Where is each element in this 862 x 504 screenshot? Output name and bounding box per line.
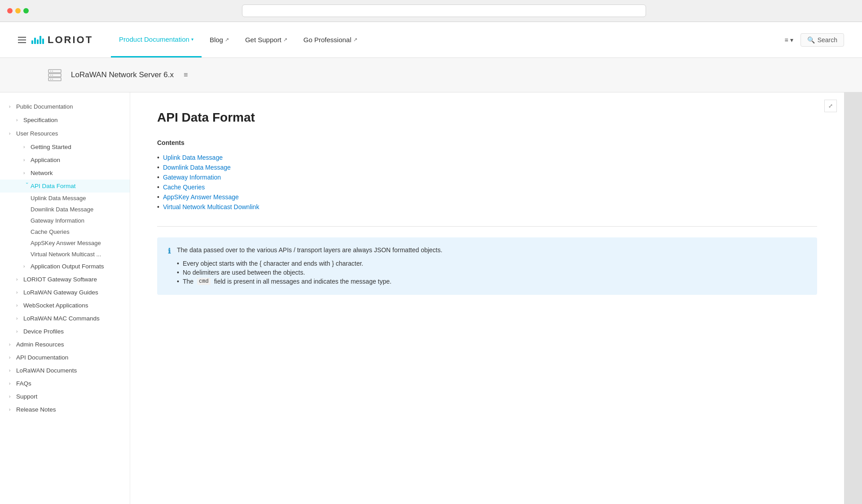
chevron-down-icon: ▾	[191, 37, 194, 42]
sidebar-item-network[interactable]: › Network	[0, 167, 130, 180]
sidebar-item-virtual-network[interactable]: Virtual Network Multicast ...	[0, 249, 130, 260]
contents-link-downlink[interactable]: Downlink Data Message	[163, 164, 231, 171]
sidebar-item-specification[interactable]: › Specification	[0, 114, 130, 127]
sidebar-item-admin-resources[interactable]: › Admin Resources	[0, 338, 130, 351]
dot-yellow[interactable]	[15, 8, 21, 13]
contents-link-cache[interactable]: Cache Queries	[163, 184, 205, 191]
sidebar-item-cache-queries[interactable]: Cache Queries	[0, 226, 130, 237]
sidebar-item-downlink[interactable]: Downlink Data Message	[0, 204, 130, 215]
chevron-right-icon-lwdoc: ›	[9, 368, 16, 373]
nav-blog[interactable]: Blog ↗	[202, 22, 237, 57]
info-content: The data passed over to the various APIs…	[177, 246, 442, 286]
chevron-right-icon-gs: ›	[23, 145, 31, 149]
logo-container[interactable]: LORIOT	[31, 34, 93, 46]
contents-link-gateway[interactable]: Gateway Information	[163, 174, 221, 181]
sidebar-item-application[interactable]: › Application	[0, 153, 130, 167]
navbar-left: LORIOT	[18, 34, 93, 46]
main-content: ⤢ API Data Format Contents Uplink Data M…	[130, 92, 844, 504]
contents-heading: Contents	[157, 139, 817, 146]
sidebar-item-mac[interactable]: › LoRaWAN MAC Commands	[0, 312, 130, 325]
browser-chrome	[0, 0, 862, 22]
contents-list: Uplink Data Message Downlink Data Messag…	[157, 153, 817, 212]
chevron-right-icon-ws: ›	[16, 303, 23, 308]
address-bar[interactable]	[242, 4, 646, 17]
info-box: ℹ The data passed over to the various AP…	[157, 237, 817, 295]
contents-item-uplink: Uplink Data Message	[157, 153, 817, 162]
sidebar-item-api-data-format[interactable]: › API Data Format	[0, 180, 130, 193]
app: LORIOT Product Documentation ▾ Blog ↗ Ge…	[0, 22, 862, 504]
chevron-right-icon-dp: ›	[16, 329, 23, 334]
sidebar-user-resources[interactable]: › User Resources	[0, 127, 130, 140]
sidebar-item-getting-started[interactable]: › Getting Started	[0, 140, 130, 153]
logo-bar-4	[40, 36, 41, 44]
sidebar-item-appskey[interactable]: AppSKey Answer Message	[0, 237, 130, 249]
server-icon	[45, 65, 65, 85]
content-divider	[157, 226, 817, 227]
logo-bar-3	[37, 39, 39, 44]
navbar: LORIOT Product Documentation ▾ Blog ↗ Ge…	[0, 22, 862, 58]
navbar-nav: Product Documentation ▾ Blog ↗ Get Suppo…	[111, 22, 365, 57]
sidebar-item-api-doc[interactable]: › API Documentation	[0, 351, 130, 364]
contents-item-appskey: AppSKey Answer Message	[157, 192, 817, 202]
browser-dots	[7, 8, 29, 13]
sidebar-item-support[interactable]: › Support	[0, 390, 130, 403]
contents-link-virtual[interactable]: Virtual Network Multicast Downlink	[163, 203, 259, 210]
sidebar-item-uplink[interactable]: Uplink Data Message	[0, 193, 130, 204]
chevron-right-icon-faq: ›	[9, 381, 16, 386]
logo-bar-5	[42, 39, 44, 44]
info-list: Every object starts with the { character…	[177, 259, 442, 286]
search-icon: 🔍	[807, 36, 815, 44]
sidebar-api-sub-items: Uplink Data Message Downlink Data Messag…	[0, 193, 130, 260]
logo-bar-1	[31, 40, 33, 44]
contents-link-uplink[interactable]: Uplink Data Message	[163, 154, 223, 161]
expand-button[interactable]: ⤢	[824, 100, 837, 112]
sidebar-item-faqs[interactable]: › FAQs	[0, 377, 130, 390]
dot-green[interactable]	[23, 8, 29, 13]
arrow-down-icon-api: ›	[25, 183, 30, 190]
external-link-icon-pro: ↗	[353, 37, 357, 43]
arrow-down-icon: ›	[9, 104, 16, 109]
dot-red[interactable]	[7, 8, 13, 13]
contents-item-cache: Cache Queries	[157, 182, 817, 192]
sidebar-item-gateway-info[interactable]: Gateway Information	[0, 215, 130, 226]
info-bullet-1: Every object starts with the { character…	[177, 259, 442, 268]
logo-text: LORIOT	[48, 34, 93, 46]
chevron-right-icon-mac: ›	[16, 316, 23, 321]
chevron-right-icon-sup: ›	[9, 394, 16, 399]
menu-chevron-icon: ▾	[790, 36, 793, 44]
sidebar-item-app-output[interactable]: › Application Output Formats	[0, 260, 130, 273]
page-header-title: LoRaWAN Network Server 6.x	[71, 70, 174, 79]
info-bullet-2: No delimiters are used between the objec…	[177, 268, 442, 277]
sidebar-item-lorawan-docs[interactable]: › LoRaWAN Documents	[0, 364, 130, 377]
page-header-menu-icon[interactable]: ≡	[184, 71, 188, 79]
sidebar-item-loriot-gw[interactable]: › LORIOT Gateway Software	[0, 273, 130, 286]
info-bullet-3: The cmd field is present in all messages…	[177, 277, 442, 286]
contents-item-downlink: Downlink Data Message	[157, 162, 817, 172]
arrow-down-icon-user: ›	[9, 131, 16, 136]
chevron-right-icon-lwgg: ›	[16, 290, 23, 295]
nav-product-documentation[interactable]: Product Documentation ▾	[111, 22, 202, 57]
chevron-right-icon-rn: ›	[9, 407, 16, 412]
sidebar-public-doc[interactable]: › Public Documentation	[0, 100, 130, 114]
chevron-right-icon-aof: ›	[23, 264, 31, 269]
info-icon: ℹ	[168, 247, 171, 255]
sidebar-item-websocket[interactable]: › WebSocket Applications	[0, 299, 130, 312]
chevron-right-icon-adoc: ›	[9, 355, 16, 360]
contents-item-virtual: Virtual Network Multicast Downlink	[157, 202, 817, 212]
lines-icon: ≡	[784, 36, 788, 44]
search-button[interactable]: 🔍 Search	[800, 33, 844, 47]
nav-go-professional[interactable]: Go Professional ↗	[295, 22, 365, 57]
hamburger-icon[interactable]	[18, 37, 26, 43]
sidebar-item-release-notes[interactable]: › Release Notes	[0, 403, 130, 416]
loriot-logo-icon	[31, 36, 44, 44]
contents-link-appskey[interactable]: AppSKey Answer Message	[163, 193, 239, 201]
navbar-menu-button[interactable]: ≡ ▾	[784, 36, 793, 44]
content-layout: › Public Documentation › Specification ›…	[0, 92, 862, 504]
sidebar-item-lorawan-gw[interactable]: › LoRaWAN Gateway Guides	[0, 286, 130, 299]
cmd-code: cmd	[197, 278, 211, 285]
page-header: LoRaWAN Network Server 6.x ≡	[0, 58, 862, 92]
logo-bar-2	[34, 38, 36, 44]
nav-get-support[interactable]: Get Support ↗	[237, 22, 295, 57]
chevron-right-icon-lgw: ›	[16, 277, 23, 282]
sidebar-item-device-profiles[interactable]: › Device Profiles	[0, 325, 130, 338]
